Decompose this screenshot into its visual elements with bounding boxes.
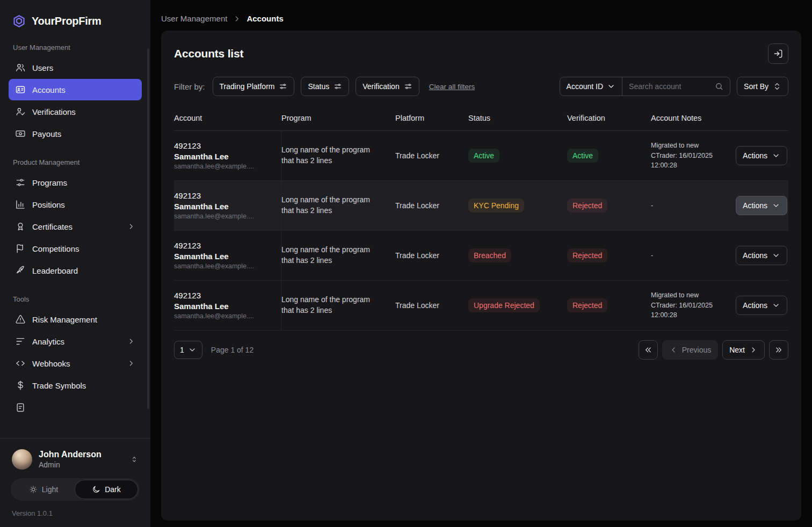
payouts-icon xyxy=(15,128,26,139)
table-row[interactable]: 492123 Samantha Lee samantha.lee@example… xyxy=(174,131,788,181)
theme-light-button[interactable]: Light xyxy=(12,480,75,499)
actions-cell: Actions xyxy=(730,281,788,330)
account-cell: 492123 Samantha Lee samantha.lee@example… xyxy=(174,181,281,230)
previous-page-button[interactable]: Previous xyxy=(662,340,718,360)
programs-icon xyxy=(15,177,26,188)
sidebar-nav: User Management Users Accounts Verificat… xyxy=(0,37,150,438)
account-email: samantha.lee@example.... xyxy=(174,213,254,220)
theme-dark-button[interactable]: Dark xyxy=(75,480,138,499)
notes-cell: Migrated to new CTrader: 16/01/2025 12:0… xyxy=(651,131,730,180)
chevrons-right-icon xyxy=(774,346,783,354)
logo-text: YourPropFirm xyxy=(32,15,101,27)
column-header-actions xyxy=(730,114,788,122)
search-field-selector[interactable]: Account ID xyxy=(560,77,622,96)
sidebar-item-risk-management[interactable]: Risk Management xyxy=(9,309,142,330)
sidebar-item-competitions[interactable]: Competitions xyxy=(9,238,142,259)
page-info: Page 1 of 12 xyxy=(211,346,253,354)
sidebar-item-webhooks[interactable]: Webhooks xyxy=(9,353,142,374)
nav-item-label: Leaderboard xyxy=(32,266,78,275)
filter-status-button[interactable]: Status xyxy=(301,77,349,96)
sidebar-scrollbar[interactable] xyxy=(147,48,149,409)
verification-cell: Active xyxy=(567,131,651,180)
nav-item-label: Risk Management xyxy=(32,315,97,324)
actions-button[interactable]: Actions xyxy=(736,146,787,165)
sidebar-item-trade-symbols[interactable]: Trade Symbols xyxy=(9,375,142,396)
sidebar-item-positions[interactable]: Positions xyxy=(9,194,142,215)
table-row[interactable]: 492123 Samantha Lee samantha.lee@example… xyxy=(174,281,788,331)
risk-management-icon xyxy=(15,314,26,325)
sidebar-item-users[interactable]: Users xyxy=(9,57,142,78)
search-field-selector-label: Account ID xyxy=(567,82,603,91)
actions-button-label: Actions xyxy=(743,301,767,310)
nav-item-label: Verifications xyxy=(32,107,76,116)
table-row[interactable]: 492123 Samantha Lee samantha.lee@example… xyxy=(174,231,788,281)
actions-button[interactable]: Actions xyxy=(736,296,787,315)
sidebar: YourPropFirm User Management Users Accou… xyxy=(0,0,150,527)
nav-item-label: Certificates xyxy=(32,222,73,231)
chevron-right-icon xyxy=(127,337,135,346)
chevron-right-icon xyxy=(233,14,241,23)
actions-button[interactable]: Actions xyxy=(736,246,787,265)
sort-by-button[interactable]: Sort By xyxy=(737,77,788,96)
breadcrumb-parent[interactable]: User Management xyxy=(161,14,227,23)
page-select[interactable]: 1 xyxy=(174,341,202,359)
filter-verification-button[interactable]: Verification xyxy=(356,77,419,96)
sidebar-item-payouts[interactable]: Payouts xyxy=(9,123,142,144)
sidebar-item-accounts[interactable]: Accounts xyxy=(9,79,142,100)
sidebar-item-certificates[interactable]: Certificates xyxy=(9,216,142,237)
table-row[interactable]: 492123 Samantha Lee samantha.lee@example… xyxy=(174,181,788,231)
chevron-down-icon xyxy=(607,82,615,91)
status-badge: Breached xyxy=(468,248,511,262)
status-badge: Upgrade Rejected xyxy=(468,298,540,312)
filter-button-label: Status xyxy=(308,82,329,91)
avatar xyxy=(12,449,32,470)
nav-item-label: Trade Symbols xyxy=(32,381,86,390)
logo[interactable]: YourPropFirm xyxy=(0,0,150,37)
verifications-icon xyxy=(15,106,26,117)
page-title: Accounts list xyxy=(174,47,243,60)
account-cell: 492123 Samantha Lee samantha.lee@example… xyxy=(174,231,281,280)
sidebar-item-programs[interactable]: Programs xyxy=(9,172,142,193)
moon-icon xyxy=(92,485,100,494)
column-header-status: Status xyxy=(468,114,567,122)
sliders-icon xyxy=(279,82,287,91)
chevron-right-icon xyxy=(749,346,758,354)
program-cell: Long name of the program that has 2 line… xyxy=(281,281,395,330)
clear-filters-link[interactable]: Clear all filters xyxy=(429,83,475,91)
version-label: Version 1.0.1 xyxy=(9,509,142,517)
certificates-icon xyxy=(15,221,26,232)
nav-item-label: Webhooks xyxy=(32,359,70,368)
sidebar-item-verifications[interactable]: Verifications xyxy=(9,101,142,122)
hexagon-logo-icon xyxy=(12,14,26,28)
previous-label: Previous xyxy=(682,346,711,354)
account-cell: 492123 Samantha Lee samantha.lee@example… xyxy=(174,131,281,180)
filter-trading-platform-button[interactable]: Trading Platform xyxy=(213,77,295,96)
chevron-down-icon xyxy=(772,251,780,260)
webhooks-icon xyxy=(15,358,26,369)
chevron-down-icon xyxy=(772,301,780,310)
search-input[interactable] xyxy=(629,82,711,91)
filter-by-label: Filter by: xyxy=(174,82,205,91)
accounts-table: Account Program Platform Status Verifica… xyxy=(174,106,788,331)
first-page-button[interactable] xyxy=(639,340,658,360)
status-badge: Active xyxy=(468,149,499,163)
next-page-button[interactable]: Next xyxy=(722,340,765,360)
export-button[interactable] xyxy=(768,43,788,64)
last-page-button[interactable] xyxy=(769,340,788,360)
account-holder-name: Samantha Lee xyxy=(174,152,229,161)
notes-cell: Migrated to new CTrader: 16/01/2025 12:0… xyxy=(651,281,730,330)
profile-menu[interactable]: John Anderson Admin xyxy=(9,445,142,477)
sidebar-item-leaderboard[interactable]: Leaderboard xyxy=(9,260,142,281)
sidebar-item-analytics[interactable]: Analytics xyxy=(9,331,142,352)
status-cell: Active xyxy=(468,131,567,180)
chevron-down-icon xyxy=(188,346,197,354)
sidebar-item-clipped[interactable] xyxy=(9,397,142,418)
accounts-card: Accounts list Filter by: Trading Platfor… xyxy=(161,31,801,521)
status-badge: KYC Pending xyxy=(468,199,524,213)
column-header-platform: Platform xyxy=(395,114,468,122)
clipboard-icon xyxy=(15,402,26,413)
platform-cell: Trade Locker xyxy=(395,131,468,180)
theme-dark-label: Dark xyxy=(105,485,121,494)
program-cell: Long name of the program that has 2 line… xyxy=(281,181,395,230)
actions-button[interactable]: Actions xyxy=(736,196,787,215)
